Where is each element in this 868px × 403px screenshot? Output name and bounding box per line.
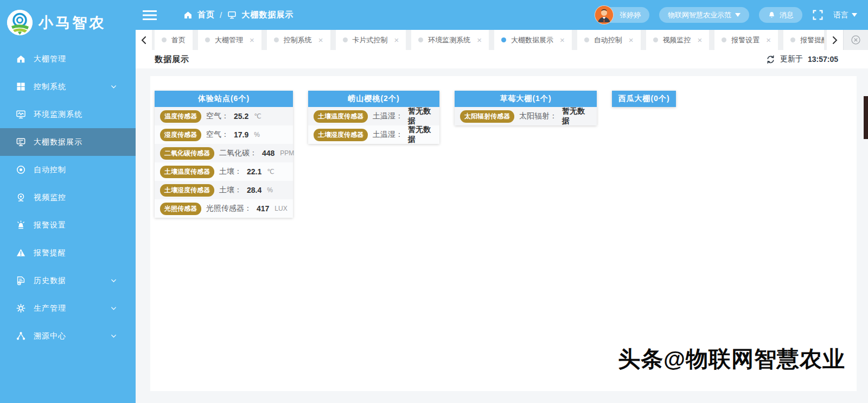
- tab-控制系统[interactable]: 控制系统×: [267, 30, 330, 50]
- tab-close-icon[interactable]: ×: [766, 36, 771, 44]
- sidebar-item-trace-center[interactable]: 溯源中心: [0, 322, 136, 350]
- fullscreen-icon[interactable]: [812, 9, 824, 21]
- tab-报警提醒[interactable]: 报警提醒: [783, 30, 824, 50]
- sensor-rows: 温度传感器空气：25.2℃湿度传感器空气：17.9%二氧化碳传感器二氧化碳：44…: [155, 107, 293, 218]
- sidebar-item-label: 自动控制: [34, 165, 66, 175]
- sensor-row: 土壤温度传感器土温湿：暂无数据: [308, 107, 439, 125]
- tab-close-icon[interactable]: ×: [698, 36, 703, 44]
- tabs-scroll-left-button[interactable]: [136, 30, 152, 50]
- tab-close-icon[interactable]: ×: [560, 36, 565, 44]
- greenhouse-card-title[interactable]: 草莓大棚(1个): [455, 91, 597, 107]
- production-icon: [15, 303, 26, 314]
- sensor-reading-label: 光照传感器：: [206, 204, 252, 213]
- sensor-reading-value: 448: [262, 149, 275, 158]
- sidebar-item-label: 控制系统: [34, 82, 66, 92]
- sensor-row: 温度传感器空气：25.2℃: [155, 107, 293, 125]
- tabs-scroll-right-button[interactable]: [827, 30, 843, 50]
- chevron-down-icon: [110, 332, 117, 340]
- tab-自动控制[interactable]: 自动控制×: [577, 30, 641, 50]
- sidebar-item-video-monitor[interactable]: 视频监控: [0, 184, 136, 211]
- tab-卡片式控制[interactable]: 卡片式控制×: [336, 30, 406, 50]
- greenhouse-card-title[interactable]: 体验站点(6个): [155, 91, 293, 107]
- refresh-icon[interactable]: [766, 55, 775, 64]
- breadcrumb-home[interactable]: 首页: [197, 10, 215, 20]
- sensor-reading-label: 空气：: [206, 130, 229, 140]
- hamburger-menu-icon[interactable]: [142, 9, 157, 21]
- messages-label: 消息: [780, 10, 794, 20]
- updated-time: 13:57:05: [808, 55, 838, 64]
- tab-报警设置[interactable]: 报警设置×: [714, 30, 778, 50]
- tab-视频监控[interactable]: 视频监控×: [646, 30, 710, 50]
- greenhouse-card: 体验站点(6个)温度传感器空气：25.2℃湿度传感器空气：17.9%二氧化碳传感…: [155, 91, 293, 218]
- sidebar-item-greenhouse-data[interactable]: 大棚数据展示: [0, 128, 136, 156]
- page-toolbar: 数据展示 更新于 13:57:05: [136, 50, 868, 68]
- tab-大棚管理[interactable]: 大棚管理×: [198, 30, 261, 50]
- tab-label: 自动控制: [594, 35, 622, 45]
- sensor-row: 土壤湿度传感器土温湿：暂无数据: [308, 125, 439, 144]
- language-label: 语言: [833, 10, 848, 20]
- sensor-reading-value: 暂无数据: [408, 106, 434, 126]
- tab-close-icon[interactable]: ×: [394, 36, 399, 44]
- active-tab-dot-icon: [501, 37, 506, 42]
- env-monitor-icon: [15, 109, 26, 120]
- sensor-reading-value: 17.9: [234, 130, 248, 139]
- sidebar-item-history-data[interactable]: 历史数据: [0, 267, 136, 294]
- sidebar-item-production-management[interactable]: 生产管理: [0, 294, 136, 322]
- tab-label: 环境监测系统: [428, 35, 470, 45]
- messages-button[interactable]: 消息: [759, 7, 802, 23]
- sidebar-item-env-monitoring[interactable]: 环境监测系统: [0, 100, 136, 128]
- tab-close-icon[interactable]: ×: [477, 36, 482, 44]
- greenhouse-card-title[interactable]: 崂山樱桃(2个): [308, 91, 439, 107]
- sensor-reading-value: 暂无数据: [408, 125, 434, 144]
- top-header: 首页 / 大棚数据展示 张婷婷 物联网智慧农业示范: [136, 0, 868, 30]
- sensor-reading-value: 暂无数据: [562, 106, 591, 126]
- user-avatar: [595, 5, 614, 24]
- tab-close-icon[interactable]: ×: [629, 36, 634, 44]
- tab-label: 报警提醒: [800, 35, 824, 45]
- sidebar: 小马智农 大棚管理控制系统环境监测系统大棚数据展示自动控制视频监控报警设置报警提…: [0, 0, 136, 403]
- tab-首页[interactable]: 首页: [155, 30, 193, 50]
- sidebar-item-auto-control[interactable]: 自动控制: [0, 156, 136, 184]
- caret-down-icon: [735, 13, 741, 17]
- sensor-row: 太阳辐射传感器太阳辐射：暂无数据: [455, 107, 597, 125]
- tab-大棚数据展示[interactable]: 大棚数据展示×: [494, 30, 572, 50]
- tab-label: 首页: [171, 35, 186, 45]
- scrollbar-thumb[interactable]: [864, 96, 868, 139]
- app-logo[interactable]: 小马智农: [0, 0, 136, 45]
- camera-icon: [15, 192, 26, 203]
- sensor-type-badge: 土壤温度传感器: [314, 110, 368, 123]
- greenhouse-card: 西瓜大棚(0个): [612, 91, 676, 107]
- trace-icon: [15, 331, 26, 342]
- greenhouse-card-title[interactable]: 西瓜大棚(0个): [612, 91, 676, 107]
- sensor-type-badge: 土壤湿度传感器: [160, 184, 214, 197]
- sensor-row: 土壤湿度传感器土壤：28.4%: [155, 181, 293, 199]
- sensor-row: 湿度传感器空气：17.9%: [155, 125, 293, 144]
- sensor-reading-unit: %: [254, 131, 260, 138]
- tab-dot-icon: [790, 37, 795, 42]
- sidebar-item-greenhouse-management[interactable]: 大棚管理: [0, 45, 136, 73]
- tab-label: 视频监控: [663, 35, 691, 45]
- sensor-reading-unit: LUX: [275, 205, 287, 212]
- tab-close-icon[interactable]: ×: [250, 36, 254, 44]
- sidebar-item-label: 视频监控: [34, 193, 66, 203]
- org-selector[interactable]: 物联网智慧农业示范: [659, 7, 749, 23]
- user-name: 张婷婷: [620, 10, 641, 20]
- sidebar-item-control-system[interactable]: 控制系统: [0, 73, 136, 100]
- sidebar-item-alarm-reminder[interactable]: 报警提醒: [0, 239, 136, 267]
- sidebar-item-alarm-settings[interactable]: 报警设置: [0, 211, 136, 239]
- tab-环境监测系统[interactable]: 环境监测系统×: [411, 30, 489, 50]
- user-menu[interactable]: 张婷婷: [596, 7, 649, 23]
- updated-prefix: 更新于: [780, 54, 803, 64]
- app-title: 小马智农: [39, 13, 106, 33]
- tab-close-icon[interactable]: ×: [318, 36, 323, 44]
- tab-dot-icon: [584, 37, 589, 42]
- tab-dot-icon: [653, 37, 658, 42]
- sensor-type-badge: 温度传感器: [160, 110, 201, 123]
- app-logo-icon: [7, 10, 33, 35]
- sensor-reading-label: 二氧化碳：: [219, 148, 257, 158]
- language-selector[interactable]: 语言: [833, 10, 857, 20]
- sensor-reading-value: 28.4: [247, 186, 261, 194]
- sidebar-menu: 大棚管理控制系统环境监测系统大棚数据展示自动控制视频监控报警设置报警提醒历史数据…: [0, 45, 136, 350]
- close-all-tabs-button[interactable]: [843, 30, 868, 50]
- sidebar-item-label: 报警设置: [34, 221, 66, 230]
